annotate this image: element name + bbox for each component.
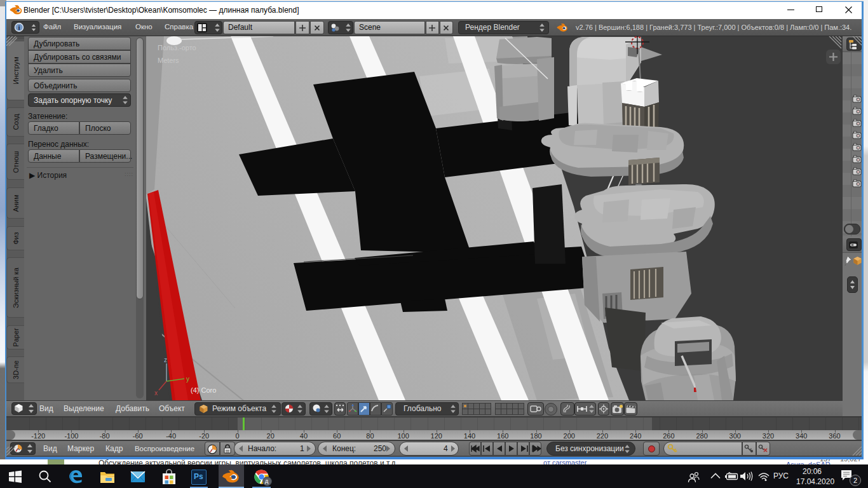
svg-text:i: i: [18, 24, 20, 31]
svg-text:y: y: [186, 376, 189, 383]
svg-text:x: x: [154, 390, 158, 396]
svg-text:(4) Coro: (4) Coro: [191, 386, 216, 394]
svg-text:z: z: [164, 356, 167, 363]
svg-text:Meters: Meters: [158, 57, 179, 64]
svg-text:Польз.-орто: Польз.-орто: [158, 44, 196, 51]
